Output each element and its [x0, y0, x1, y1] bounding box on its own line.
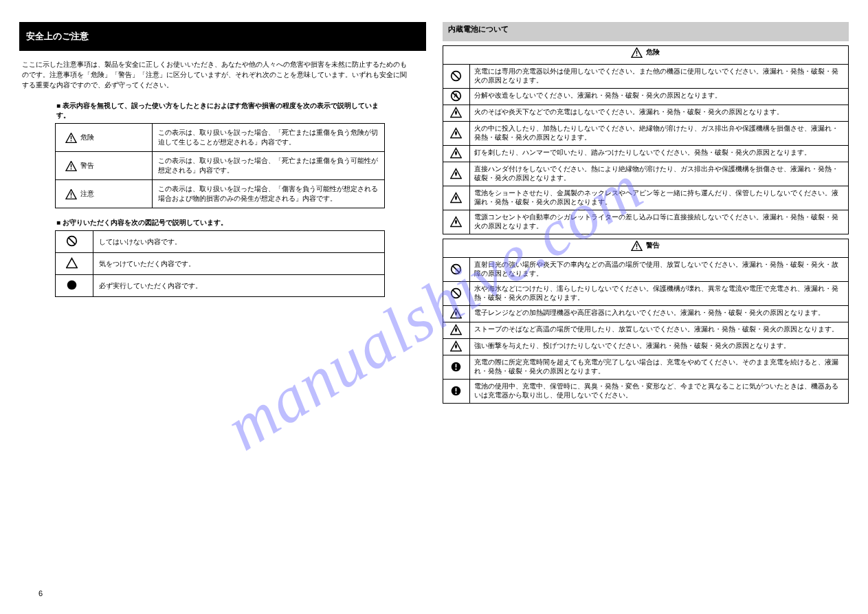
- row-text: 直接ハンダ付けをしないでください。熱により絶縁物が溶けたり、ガス排出弁や保護機構…: [469, 162, 849, 186]
- svg-point-10: [636, 55, 638, 56]
- no-disassembly-icon: [450, 90, 462, 102]
- mandatory-exclaim-icon: [450, 385, 462, 397]
- warning-header-text: 警告: [646, 241, 660, 250]
- row-icon: [443, 380, 469, 404]
- row-icon: [443, 282, 469, 306]
- intro-text: ここに示した注意事項は、製品を安全に正しくお使いいただき、あなたや他の人々への危…: [19, 56, 426, 100]
- row-icon: [443, 210, 469, 234]
- svg-point-23: [455, 368, 456, 369]
- row-icon: [443, 186, 469, 210]
- warning-cell: 警告: [56, 152, 153, 180]
- svg-point-26: [455, 392, 456, 393]
- caution-label: 注意: [80, 189, 94, 199]
- row-icon: [443, 65, 469, 89]
- row-text: 水や海水などにつけたり、濡らしたりしないでください。保護機構が壊れ、異常な電流や…: [469, 282, 849, 306]
- danger-header-text: 危険: [646, 48, 660, 57]
- svg-point-1: [71, 140, 72, 141]
- row-text: 電池をショートさせたり、金属製のネックレスやヘアピン等と一緒に持ち運んだり、保管…: [469, 186, 849, 210]
- danger-cell: 危険: [56, 124, 153, 152]
- fire-hazard-icon: [450, 127, 462, 139]
- row-icon: [443, 322, 469, 339]
- attention-cell: [56, 253, 93, 275]
- subsection-bar: 内蔵電池について: [443, 22, 849, 41]
- mandatory-cell: [56, 275, 93, 297]
- svg-point-8: [67, 281, 76, 290]
- svg-line-20: [453, 289, 459, 296]
- alert-triangle-icon: [65, 189, 77, 199]
- danger-header: 危険: [443, 46, 849, 65]
- symbol-explain-1: ■ 表示内容を無視して、誤った使い方をしたときにおよぼす危害や損害の程度を次の表…: [55, 100, 386, 123]
- row-icon: [443, 339, 469, 355]
- row-icon: [443, 162, 469, 186]
- row-text: 充電の際に所定充電時間を超えても充電が完了しない場合は、充電をやめてください。そ…: [469, 355, 849, 380]
- subsection-title: 内蔵電池について: [448, 25, 509, 33]
- alert-triangle-icon: [65, 133, 77, 143]
- svg-line-12: [453, 72, 459, 78]
- section-header: 安全上のご注意: [19, 22, 426, 51]
- row-text: 分解や改造をしないでください。液漏れ・発熱・破裂・発火の原因となります。: [469, 89, 849, 105]
- danger-desc: この表示は、取り扱いを誤った場合、「死亡または重傷を負う危険が切迫して生じること…: [153, 124, 385, 152]
- alert-triangle-icon: [631, 241, 643, 251]
- left-column: 安全上のご注意 ここに示した注意事項は、製品を安全に正しくお使いいただき、あなた…: [19, 22, 426, 408]
- row-text: ストーブのそばなど高温の場所で使用したり、放置しないでください。液漏れ・発熱・破…: [469, 322, 849, 339]
- prohibit-icon: [450, 70, 462, 82]
- danger-table: 危険 充電には専用の充電器以外は使用しないでください。また他の機器に使用しないで…: [443, 45, 849, 234]
- fire-hazard-icon: [450, 216, 462, 228]
- row-text: 電池の使用中、充電中、保管時に、異臭・発熱・変色・変形など、今までと異なることに…: [469, 380, 849, 404]
- row-icon: [443, 258, 469, 282]
- fire-hazard-icon: [450, 307, 462, 319]
- mandatory-desc: 必ず実行していただく内容です。: [93, 275, 385, 297]
- fire-hazard-icon: [450, 168, 462, 179]
- symbol-explain-2: ■ お守りいただく内容を次の図記号で説明しています。: [55, 217, 386, 230]
- warning-table: 警告 直射日光の強い場所や炎天下の車内などの高温の場所で使用、放置しないでくださ…: [443, 239, 849, 404]
- row-text: 電源コンセントや自動車のシガレットライターの差し込み口等に直接接続しないでくださ…: [469, 210, 849, 234]
- prohibit-icon: [66, 235, 78, 247]
- page-number: 6: [38, 589, 43, 597]
- danger-label: 危険: [80, 133, 94, 142]
- right-column: 内蔵電池について 危険 充電には専用の充電器以外は使用しないでください。また他の…: [443, 22, 849, 408]
- svg-line-18: [453, 265, 459, 272]
- prohibit-icon: [450, 263, 462, 275]
- mandatory-icon: [66, 279, 78, 291]
- attention-desc: 気をつけていただく内容です。: [93, 253, 385, 275]
- row-text: 火の中に投入したり、加熱したりしないでください。絶縁物が溶けたり、ガス排出弁や保…: [469, 122, 849, 146]
- warning-label: 警告: [80, 161, 94, 171]
- prohibit-cell: [56, 231, 93, 253]
- symbol-table: してはいけない内容です。 気をつけていただく内容です。 必ず実行していただく内容…: [55, 230, 385, 297]
- prohibit-desc: してはいけない内容です。: [93, 231, 385, 253]
- row-text: 釘を刺したり、ハンマーで叩いたり、踏みつけたりしないでください。発熱・破裂・発火…: [469, 146, 849, 162]
- row-icon: [443, 146, 469, 162]
- severity-table: 危険この表示は、取り扱いを誤った場合、「死亡または重傷を負う危険が切迫して生じる…: [55, 123, 385, 208]
- caution-desc: この表示は、取り扱いを誤った場合、「傷害を負う可能性が想定される場合および物的損…: [153, 180, 385, 208]
- fire-hazard-icon: [450, 147, 462, 159]
- svg-point-5: [71, 196, 72, 197]
- row-icon: [443, 355, 469, 380]
- caution-cell: 注意: [56, 180, 153, 208]
- manual-page: manualshive.com 安全上のご注意 ここに示した注意事項は、製品を安…: [0, 0, 868, 614]
- svg-line-7: [68, 238, 74, 244]
- page-spread: 安全上のご注意 ここに示した注意事項は、製品を安全に正しくお使いいただき、あなた…: [0, 0, 868, 408]
- prohibit-icon: [450, 287, 462, 299]
- row-text: 電子レンジなどの加熱調理機器や高圧容器に入れないでください。液漏れ・発熱・破裂・…: [469, 306, 849, 322]
- alert-triangle-icon: [65, 161, 77, 171]
- row-text: 火のそばや炎天下などでの充電はしないでください。液漏れ・発熱・破裂・発火の原因と…: [469, 105, 849, 122]
- row-text: 直射日光の強い場所や炎天下の車内などの高温の場所で使用、放置しないでください。液…: [469, 258, 849, 282]
- warning-desc: この表示は、取り扱いを誤った場合、「死亡または重傷を負う可能性が想定される」内容…: [153, 152, 385, 180]
- alert-triangle-icon: [631, 47, 643, 58]
- fire-hazard-icon: [450, 324, 462, 336]
- caution-triangle-icon: [66, 257, 78, 269]
- row-icon: [443, 306, 469, 322]
- row-text: 充電には専用の充電器以外は使用しないでください。また他の機器に使用しないでくださ…: [469, 65, 849, 89]
- row-icon: [443, 89, 469, 105]
- fire-hazard-icon: [450, 192, 462, 204]
- fire-hazard-icon: [450, 340, 462, 352]
- svg-point-3: [71, 168, 72, 169]
- row-icon: [443, 122, 469, 146]
- section-header-text: 安全上のご注意: [26, 30, 89, 43]
- fire-hazard-icon: [450, 107, 462, 118]
- row-text: 強い衝撃を与えたり、投げつけたりしないでください。液漏れ・発熱・破裂・発火の原因…: [469, 339, 849, 355]
- mandatory-exclaim-icon: [450, 361, 462, 373]
- row-icon: [443, 105, 469, 122]
- svg-point-16: [636, 248, 638, 250]
- warning-header: 警告: [443, 239, 849, 258]
